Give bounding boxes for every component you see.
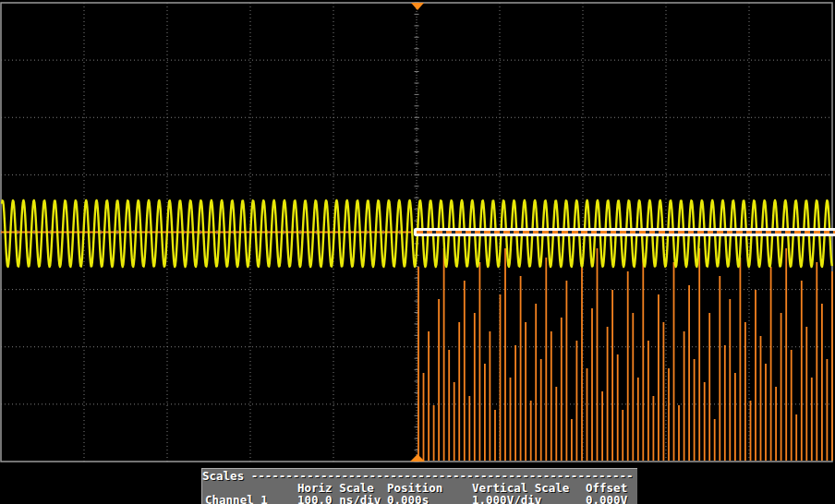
scales-panel: Scales ---------------------------------…	[201, 468, 637, 504]
offset-value: 0.000V	[586, 495, 627, 504]
trigger-position-marker-icon[interactable]	[411, 3, 424, 10]
channel2-spike-trace	[418, 248, 832, 461]
reference-bar-dashes	[417, 231, 835, 234]
horiz-scale-value: 100.0 ns/div	[297, 495, 381, 504]
oscilloscope-screen: Scales ---------------------------------…	[0, 0, 835, 504]
delay-marker-icon[interactable]	[410, 454, 425, 462]
scope-display	[0, 0, 835, 504]
reference-bar[interactable]	[414, 228, 835, 236]
vertical-scale-value: 1.000V/div	[472, 495, 541, 504]
channel1-row: Channel 1 100.0 ns/div 0.000s 1.000V/div…	[202, 495, 637, 504]
position-value: 0.000s	[387, 495, 429, 504]
channel-label: Channel 1	[205, 495, 268, 504]
